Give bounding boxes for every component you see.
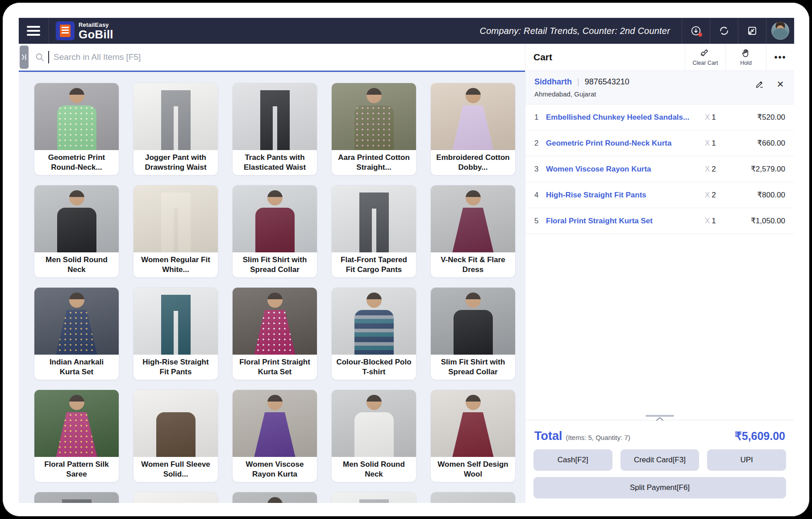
pay-button-cash[interactable]: Cash[F2] [533,449,612,471]
cart-items-list: 1 Embellished Chunkey Heeled Sandals... … [525,105,794,234]
product-card[interactable]: Floral Pattern Silk Saree [34,389,119,482]
product-name: Embroidered Cotton Dobby... [431,150,515,176]
cart-item-name[interactable]: Floral Print Straight Kurta Set [546,217,705,226]
company-counter-label: Company: Retail Trends, Counter: 2nd Cou… [121,26,682,36]
cart-item-name[interactable]: Women Viscose Rayon Kurta [546,165,705,174]
product-card[interactable]: Indian Anarkali Kurta Set [34,287,119,380]
text-caret [48,51,49,63]
product-image [133,288,218,355]
hold-hand-icon [741,48,751,59]
brand-name-top: RetailEasy [79,22,113,28]
cart-item-row: 3 Women Viscose Rayon Kurta X2 ₹2,579.00 [525,156,794,182]
model-head [69,88,84,103]
customer-name[interactable]: Siddharth [534,77,572,87]
cart-item-name[interactable]: Embellished Chunkey Heeled Sandals... [546,113,705,122]
product-image [133,185,218,252]
product-image [431,185,515,252]
product-image [332,492,416,503]
garment-shape [354,105,394,150]
total-value: ₹5,609.00 [735,430,785,443]
product-card[interactable]: Geometric Print Round-Neck... [34,83,119,176]
product-card[interactable] [331,492,416,503]
product-card[interactable]: Men Solid Round Neck [34,185,119,278]
product-card[interactable]: Women Full Sleeve Solid... [133,389,218,482]
cart-item-price: ₹1,050.00 [733,216,785,226]
clear-cart-icon [700,48,711,59]
product-card[interactable]: Aara Printed Cotton Straight... [331,83,416,176]
customer-location: Ahmedabad, Gujarat [534,90,785,98]
cart-panel: Cart Clear Cart Hold [525,44,794,503]
product-card[interactable] [34,492,119,503]
product-card[interactable]: Colour-Blocked Polo T-shirt [331,287,416,380]
product-image [431,288,515,355]
minimize-window-icon[interactable] [738,18,766,44]
brand-logo-icon [56,21,75,40]
garment-shape [448,412,498,457]
product-card[interactable]: Floral Print Straight Kurta Set [232,287,317,380]
search-input[interactable] [53,52,525,63]
product-card[interactable]: Women Viscose Rayon Kurta [232,389,317,482]
product-card[interactable]: Flat-Front Tapered Fit Cargo Pants [331,185,416,278]
total-label: Total [534,429,562,443]
product-name: V-Neck Fit & Flare Dress [431,252,515,278]
product-card[interactable]: Women Self Design Wool [430,389,516,482]
product-card[interactable]: V-Neck Fit & Flare Dress [430,185,516,278]
more-options-icon[interactable]: ••• [766,44,794,71]
product-image [233,83,317,150]
sync-icon[interactable] [710,18,738,44]
product-image [34,492,119,503]
product-card[interactable]: Track Pants with Elasticated Waist [232,83,317,176]
menu-icon[interactable] [19,18,49,44]
product-card[interactable] [430,492,516,503]
model-head [366,395,382,410]
product-card[interactable]: Women Regular Fit White... [133,185,218,278]
avatar-image [771,22,789,40]
collapse-cart-handle[interactable] [640,415,680,426]
model-head [69,395,84,410]
product-card[interactable]: Slim Fit Shirt with Spread Collar [232,185,317,278]
download-update-icon[interactable] [682,18,710,44]
product-card[interactable]: High-Rise Straight Fit Pants [133,287,218,380]
model-head [267,497,283,503]
cart-item-row: 1 Embellished Chunkey Heeled Sandals... … [525,105,794,130]
clear-cart-button[interactable]: Clear Cart [685,44,725,71]
cart-item-index: 5 [534,217,546,226]
product-card[interactable]: Jogger Pant with Drawstring Waist [133,83,218,176]
user-avatar[interactable] [766,18,794,44]
product-image [233,185,317,252]
collapse-panel-toggle[interactable] [20,46,29,69]
product-image [34,390,119,457]
garment-shape [354,412,394,457]
model-head [267,190,283,205]
edit-customer-icon[interactable] [754,78,766,90]
product-image [34,185,119,252]
payment-buttons: Cash[F2]Credit Card[F3]UPI [533,449,786,471]
header-actions [682,18,794,44]
product-card[interactable]: Men Solid Round Neck [331,389,416,482]
product-name: Men Solid Round Neck [34,252,119,278]
product-name: Slim Fit Shirt with Spread Collar [233,252,317,278]
search-bar [19,44,525,72]
split-payment-button[interactable]: Split Payment[F6] [533,477,786,498]
garment-shape [156,412,196,457]
garment-shape [161,295,191,355]
pay-button-credit-card[interactable]: Credit Card[F3] [620,449,700,471]
cart-item-quantity: X1 [705,113,733,122]
pay-button-upi[interactable]: UPI [707,449,786,471]
model-head [69,190,84,205]
remove-customer-icon[interactable]: × [775,78,786,90]
cart-title: Cart [525,52,685,63]
brand-name-bottom: GoBill [79,29,113,40]
product-card[interactable] [133,492,218,503]
cart-item-index: 2 [534,139,546,148]
product-card[interactable]: Slim Fit Shirt with Spread Collar [430,287,516,380]
cart-item-name[interactable]: Geometric Print Round-Neck Kurta [546,139,705,148]
cart-item-index: 1 [534,113,546,122]
cart-item-name[interactable]: High-Rise Straight Fit Pants [546,191,705,200]
product-card[interactable]: Embroidered Cotton Dobby... [430,83,516,176]
product-image [332,390,416,457]
garment-shape [359,499,389,503]
hold-button[interactable]: Hold [725,44,766,71]
product-card[interactable] [232,492,317,503]
model-head [466,293,481,308]
